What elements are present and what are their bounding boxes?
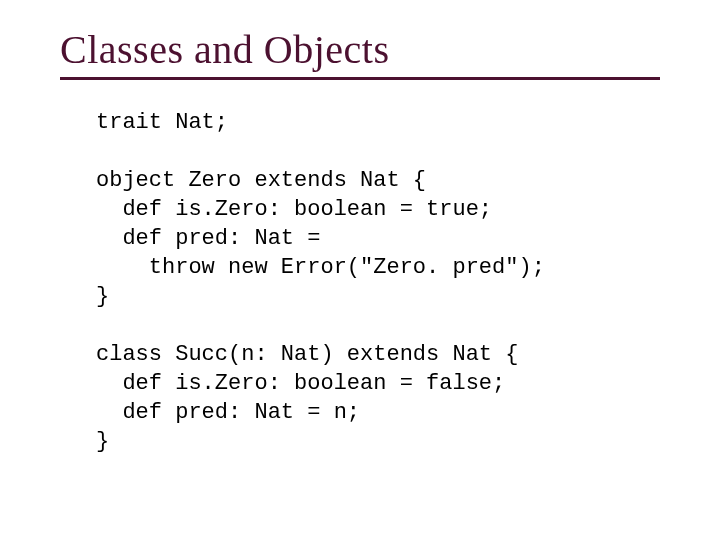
code-line: def pred: Nat = xyxy=(96,226,320,251)
slide-title: Classes and Objects xyxy=(60,26,660,73)
title-rule xyxy=(60,77,660,80)
code-line: } xyxy=(96,429,109,454)
code-line: def pred: Nat = n; xyxy=(96,400,360,425)
slide: Classes and Objects trait Nat; object Ze… xyxy=(0,0,720,540)
code-line: trait Nat; xyxy=(96,110,228,135)
code-line: def is.Zero: boolean = true; xyxy=(96,197,492,222)
code-line: class Succ(n: Nat) extends Nat { xyxy=(96,342,518,367)
code-line: object Zero extends Nat { xyxy=(96,168,426,193)
code-line: throw new Error("Zero. pred"); xyxy=(96,255,545,280)
code-line: def is.Zero: boolean = false; xyxy=(96,371,505,396)
code-line: } xyxy=(96,284,109,309)
code-block: trait Nat; object Zero extends Nat { def… xyxy=(96,108,660,456)
